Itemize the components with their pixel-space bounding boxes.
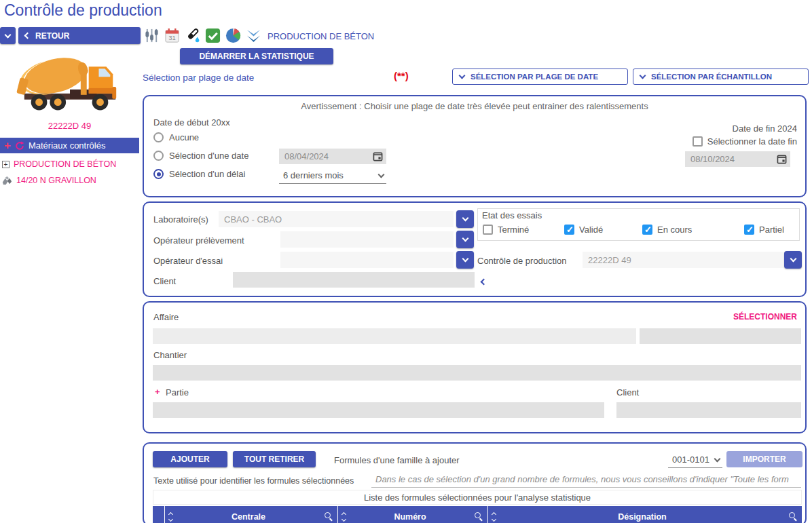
radio-select-date[interactable]: Sélection d'une date <box>153 151 248 161</box>
checkbox-label: Partiel <box>759 225 784 235</box>
radio-select-delay[interactable]: Sélection d'un délai <box>153 169 245 179</box>
selectionner-link[interactable]: SÉLECTIONNER <box>733 312 797 322</box>
partie-input[interactable] <box>153 402 604 418</box>
etat-label: Etat des essais <box>482 210 542 220</box>
test-status-box: Etat des essais Terminé Validé En cours … <box>477 208 800 241</box>
formulas-panel: AJOUTER TOUT RETIRER Formules d'une fami… <box>143 442 807 523</box>
section-label: Sélection par plage de date <box>143 73 254 83</box>
search-icon[interactable] <box>325 512 333 521</box>
cdp-dropdown-button[interactable] <box>784 251 802 269</box>
formulas-table-header: Centrale Numéro Désignation <box>153 506 802 523</box>
lab-dropdown-button[interactable] <box>456 210 474 228</box>
cdp-input[interactable] <box>583 252 783 268</box>
search-icon[interactable] <box>789 512 798 521</box>
chantier-input[interactable] <box>153 365 801 381</box>
famille-select-value: 001-0101 <box>672 454 709 465</box>
select-by-date-range-label: SÉLECTION PAR PLAGE DE DATE <box>470 73 598 81</box>
checkbox-termine[interactable]: Terminé <box>483 225 529 235</box>
end-date-field[interactable] <box>685 151 790 167</box>
checkbox-icon[interactable] <box>642 225 652 235</box>
double-chevron-down-icon[interactable] <box>246 28 261 43</box>
checkbox-icon[interactable] <box>483 225 493 235</box>
start-date-field[interactable] <box>279 149 386 164</box>
materials-tree-header[interactable]: + Matériaux contrôlés <box>0 138 139 153</box>
client-input[interactable] <box>233 272 475 288</box>
checkbox-label: Terminé <box>498 225 529 235</box>
checkbox-valide[interactable]: Validé <box>564 225 603 235</box>
radio-icon[interactable] <box>153 151 164 161</box>
end-date-checkbox-row[interactable]: Sélectionner la date fin <box>693 136 797 147</box>
start-date-input[interactable] <box>279 149 386 164</box>
pie-chart-icon[interactable] <box>225 28 241 43</box>
green-check-icon[interactable] <box>205 28 221 43</box>
radio-icon-selected[interactable] <box>153 169 164 179</box>
select-by-sample-label: SÉLECTION PAR ÉCHANTILLON <box>651 73 772 81</box>
sidebar-item-production-de-beton[interactable]: + PRODUCTION DE BÉTON <box>0 157 139 172</box>
table-col-designation[interactable]: Désignation <box>488 506 802 523</box>
search-icon[interactable] <box>475 512 483 521</box>
importer-button[interactable]: IMPORTER <box>726 451 802 467</box>
radio-icon[interactable] <box>153 132 164 142</box>
ajouter-button[interactable]: AJOUTER <box>153 451 227 467</box>
calendar-31-icon[interactable]: 31 <box>164 28 180 43</box>
table-col-centrale[interactable]: Centrale <box>165 506 338 523</box>
context-label: PRODUCTION DE BÉTON <box>267 31 374 41</box>
cdp-label: Contrôle de production <box>477 256 567 266</box>
retour-label: RETOUR <box>35 31 69 41</box>
chevron-down-icon <box>378 171 385 178</box>
checkbox-partiel[interactable]: Partiel <box>744 225 784 235</box>
table-col-numero[interactable]: Numéro <box>338 506 488 523</box>
sliders-icon[interactable] <box>144 28 160 43</box>
lab-input[interactable] <box>219 211 454 227</box>
affaire-panel: Affaire SÉLECTIONNER Chantier + Partie C… <box>143 301 807 433</box>
select-by-sample-button[interactable]: SÉLECTION PAR ÉCHANTILLON <box>633 69 809 85</box>
collapse-left-icon[interactable] <box>481 275 486 287</box>
chevron-down-icon <box>462 256 468 263</box>
texte-input[interactable] <box>371 471 801 488</box>
tree-item-label: PRODUCTION DE BÉTON <box>14 159 116 169</box>
end-date-input[interactable] <box>685 151 790 167</box>
tout-retirer-button[interactable]: TOUT RETIRER <box>233 451 316 467</box>
refresh-icon[interactable] <box>15 141 24 151</box>
add-material-icon[interactable]: + <box>4 140 11 151</box>
checkbox-icon[interactable] <box>693 136 703 147</box>
select-by-date-range-button[interactable]: SÉLECTION PAR PLAGE DE DATE <box>452 69 628 85</box>
radio-none[interactable]: Aucune <box>153 132 199 142</box>
start-statistic-button[interactable]: DÉMARRER LA STATISTIQUE <box>180 48 333 64</box>
calendar-icon[interactable] <box>777 154 787 164</box>
op-prelev-dropdown-button[interactable] <box>456 231 474 248</box>
checkbox-icon[interactable] <box>564 225 574 235</box>
retour-button[interactable]: RETOUR <box>18 27 141 44</box>
op-prelev-label: Opérateur prélèvement <box>153 235 244 246</box>
sidebar-item-gravillon[interactable]: 14/20 N GRAVILLON <box>0 173 139 188</box>
affaire-client-input[interactable] <box>616 402 801 418</box>
chevron-down-icon <box>714 455 721 462</box>
col-label: Centrale <box>172 512 325 522</box>
formulas-table-title: Liste des formules sélectionnées pour l'… <box>153 490 802 505</box>
op-essai-input[interactable] <box>280 252 454 268</box>
col-label: Désignation <box>496 512 789 522</box>
concrete-mixer-truck-image <box>14 49 128 119</box>
svg-text:31: 31 <box>168 34 176 41</box>
radio-select-date-label: Sélection d'une date <box>169 151 248 161</box>
gravel-icon <box>2 176 12 186</box>
calendar-icon[interactable] <box>373 151 383 161</box>
checkbox-en-cours[interactable]: En cours <box>642 225 692 235</box>
add-partie-icon[interactable]: + <box>155 387 160 397</box>
chevron-down-icon <box>459 73 466 79</box>
affaire-code-input[interactable] <box>640 328 801 344</box>
checkbox-icon[interactable] <box>744 225 754 235</box>
famille-select[interactable]: 001-0101 <box>668 452 722 468</box>
famille-label: Formules d'une famille à ajouter <box>334 455 460 465</box>
affaire-input[interactable] <box>153 328 636 344</box>
required-marker: (**) <box>394 70 409 81</box>
collapse-panel-button[interactable] <box>0 27 16 44</box>
test-tube-icon[interactable] <box>185 28 200 43</box>
tree-item-label: 14/20 N GRAVILLON <box>16 176 96 185</box>
chevron-down-icon <box>462 215 468 222</box>
expand-plus-icon[interactable]: + <box>2 161 10 168</box>
op-prelev-input[interactable] <box>280 231 454 248</box>
chevron-left-icon <box>24 33 31 39</box>
op-essai-dropdown-button[interactable] <box>456 251 474 269</box>
delay-select[interactable]: 6 derniers mois <box>279 168 386 184</box>
